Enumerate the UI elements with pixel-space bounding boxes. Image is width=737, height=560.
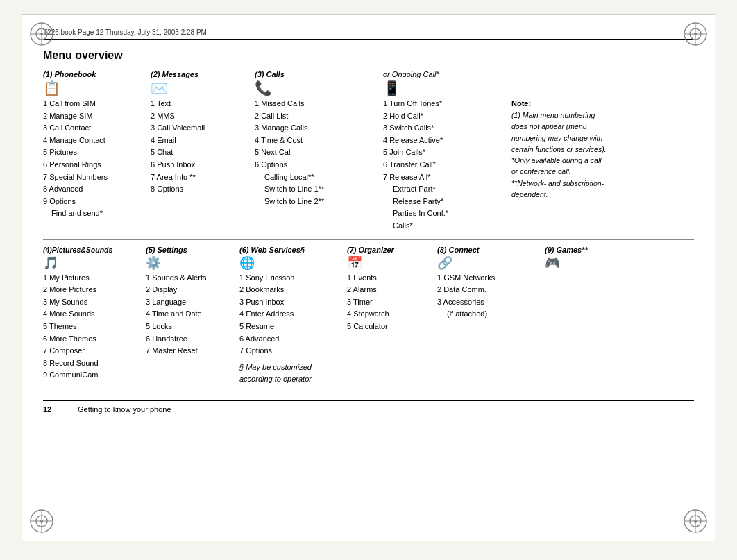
list-item: 3 Timer — [347, 296, 437, 309]
list-item: 3 Call Voicemail — [151, 122, 255, 135]
messages-items: 1 Text 2 MMS 3 Call Voicemail 4 Email 5 … — [151, 98, 255, 196]
list-item: Find and send* — [43, 207, 151, 220]
phonebook-icon: 📋 — [43, 81, 151, 95]
list-item: 2 Display — [146, 284, 239, 296]
list-item: Calls* — [383, 220, 505, 232]
list-item: 8 Record Sound — [43, 357, 146, 370]
list-item: 6 Push Inbox — [151, 159, 255, 171]
col-header-calls: (3) Calls 📞 — [255, 70, 383, 95]
list-item: (if attached) — [437, 308, 545, 321]
settings-icon: ⚙️ — [146, 257, 239, 269]
phonebook-items: 1 Call from SIM 2 Manage SIM 3 Call Cont… — [43, 98, 151, 220]
list-item: 3 Push Inbox — [239, 296, 347, 309]
list-item: 3 Manage Calls — [255, 122, 383, 135]
list-item: 6 Advanced — [239, 333, 347, 346]
list-item: 7 Special Numbers — [43, 171, 151, 184]
list-item: 6 More Themes — [43, 333, 146, 346]
list-item: 7 Area Info ** — [151, 171, 255, 184]
list-item: 2 More Pictures — [43, 284, 146, 296]
list-item: 1 My Pictures — [43, 272, 146, 285]
list-item: 5 Resume — [239, 321, 347, 333]
pics-items: 1 My Pictures 2 More Pictures 3 My Sound… — [43, 272, 146, 382]
list-item: 7 Master Reset — [146, 345, 239, 357]
menu-title: Menu overview — [43, 49, 694, 62]
games-icon: 🎮 — [545, 257, 628, 269]
col-header-settings: (5) Settings ⚙️ — [146, 246, 239, 269]
organizer-items: 1 Events 2 Alarms 3 Timer 4 Stopwatch 5 … — [347, 272, 437, 333]
list-item: 3 Call Contact — [43, 122, 151, 135]
ongoing-items: 1 Turn Off Tones* 2 Hold Call* 3 Switch … — [383, 98, 505, 232]
header-text: T226.book Page 12 Thursday, July 31, 200… — [43, 28, 207, 36]
page-number: 12 — [43, 405, 64, 414]
list-item: Parties In Conf.* — [383, 207, 505, 220]
corner-tl — [28, 20, 56, 48]
list-item: 7 Composer — [43, 345, 146, 357]
calls-items: 1 Missed Calls 2 Call List 3 Manage Call… — [255, 98, 383, 207]
messages-icon: ✉️ — [151, 81, 255, 95]
list-item: Release Party* — [383, 196, 505, 208]
list-item: 4 Time & Cost — [255, 135, 383, 147]
connect-items: 1 GSM Networks 2 Data Comm. 3 Accessorie… — [437, 272, 545, 321]
col-header-phonebook: (1) Phonebook 📋 — [43, 70, 151, 95]
col-header-pics: (4)Pictures&Sounds 🎵 — [43, 246, 146, 269]
list-item: 8 Advanced — [43, 183, 151, 196]
list-item: 1 Text — [151, 98, 255, 110]
list-item: 1 Missed Calls — [255, 98, 383, 110]
list-item: 3 Accessories — [437, 296, 545, 309]
footer-text: Getting to know your phone — [78, 405, 171, 414]
list-item: 2 Alarms — [347, 284, 437, 296]
list-item: 6 Handsfree — [146, 333, 239, 346]
list-item: 2 MMS — [151, 110, 255, 123]
list-item: 4 Manage Contact — [43, 135, 151, 147]
list-item: 6 Options — [255, 159, 383, 171]
list-item: 4 Enter Address — [239, 308, 347, 321]
list-item: 5 Themes — [43, 321, 146, 333]
ongoing-icon: 📱 — [383, 81, 505, 95]
web-icon: 🌐 — [239, 257, 347, 269]
list-item: 1 Sony Ericsson — [239, 272, 347, 285]
col-header-games: (9) Games** 🎮 — [545, 246, 628, 269]
list-item: Calling Local** — [255, 171, 383, 184]
note-title: Note: — [511, 98, 657, 110]
organizer-icon: 📅 — [347, 257, 437, 269]
list-item: 1 Call from SIM — [43, 98, 151, 110]
list-item: 4 Email — [151, 135, 255, 147]
list-item: 2 Manage SIM — [43, 110, 151, 123]
list-item: 1 Sounds & Alerts — [146, 272, 239, 285]
list-item: 9 CommuniCam — [43, 369, 146, 382]
list-item: 3 Language — [146, 296, 239, 309]
col-header-ongoing: or Ongoing Call* 📱 — [383, 69, 505, 95]
corner-bl — [28, 507, 56, 535]
list-item: 6 Transfer Call* — [383, 159, 505, 171]
list-item: 2 Hold Call* — [383, 110, 505, 123]
corner-tr — [681, 20, 709, 48]
list-item: 9 Options — [43, 196, 151, 208]
list-item: Switch to Line 1** — [255, 183, 383, 196]
list-item: 4 More Sounds — [43, 308, 146, 321]
list-item: Switch to Line 2** — [255, 196, 383, 208]
list-item: 7 Release All* — [383, 171, 505, 184]
calls-icon: 📞 — [255, 81, 383, 95]
list-item: 4 Time and Date — [146, 308, 239, 321]
list-item: 4 Release Active* — [383, 135, 505, 147]
list-item: 5 Calculator — [347, 321, 437, 333]
web-items: 1 Sony Ericsson 2 Bookmarks 3 Push Inbox… — [239, 272, 347, 386]
list-item: Extract Part* — [383, 183, 505, 196]
corner-br — [681, 507, 709, 535]
list-item: 8 Options — [151, 183, 255, 196]
list-item: 5 Chat — [151, 146, 255, 159]
list-item: 5 Pictures — [43, 146, 151, 159]
col-header-connect: (8) Connect 🔗 — [437, 246, 545, 269]
note-box: Note: (1) Main menu numbering does not a… — [505, 98, 657, 200]
list-item: 3 Switch Calls* — [383, 122, 505, 135]
list-item: 6 Personal Rings — [43, 159, 151, 171]
list-item: § May be customizedaccording to operator — [239, 362, 347, 386]
list-item: 7 Options — [239, 345, 347, 357]
list-item: 2 Data Comm. — [437, 284, 545, 296]
header-bar: T226.book Page 12 Thursday, July 31, 200… — [43, 28, 694, 40]
list-item: 1 GSM Networks — [437, 272, 545, 285]
settings-items: 1 Sounds & Alerts 2 Display 3 Language 4… — [146, 272, 239, 357]
page: T226.book Page 12 Thursday, July 31, 200… — [22, 14, 715, 541]
col-header-organizer: (7) Organizer 📅 — [347, 246, 437, 269]
list-item: 3 My Sounds — [43, 296, 146, 309]
